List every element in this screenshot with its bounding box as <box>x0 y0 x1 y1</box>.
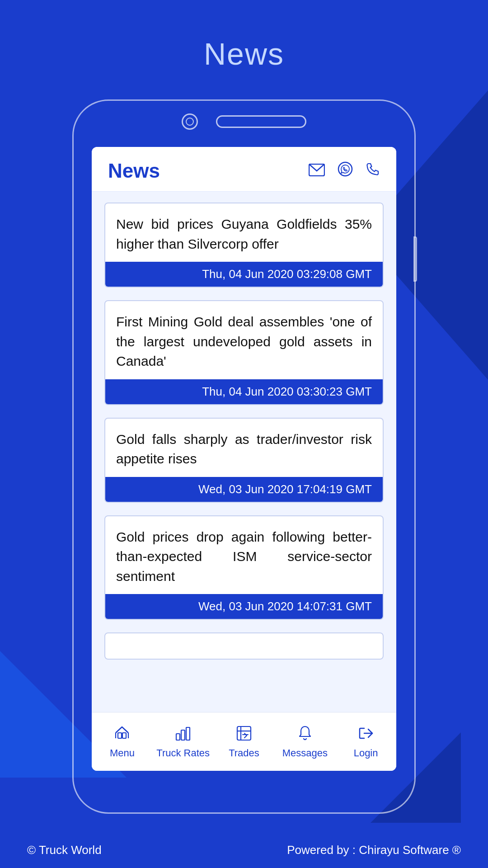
svg-rect-8 <box>186 727 190 740</box>
footer-bar: © Truck World Powered by : Chirayu Softw… <box>0 832 488 868</box>
phone-screen: News <box>92 147 396 771</box>
nav-item-trades[interactable]: Trades <box>214 725 275 759</box>
news-date: Thu, 04 Jun 2020 03:29:08 GMT <box>202 267 372 281</box>
news-card-body: Gold prices drop again following better-… <box>105 516 383 594</box>
app-header: News <box>92 147 396 192</box>
phone-icon[interactable] <box>366 161 380 180</box>
bell-icon <box>296 725 314 745</box>
page-title: News <box>0 0 488 99</box>
news-card[interactable]: New bid prices Guyana Goldfields 35% hig… <box>104 203 384 288</box>
nav-item-messages[interactable]: Messages <box>274 725 335 759</box>
phone-camera <box>182 113 198 130</box>
news-card[interactable] <box>104 632 384 660</box>
news-date: Wed, 03 Jun 2020 14:07:31 GMT <box>198 599 372 613</box>
news-title: First Mining Gold deal assembles 'one of… <box>116 312 372 371</box>
news-date: Wed, 03 Jun 2020 17:04:19 GMT <box>198 482 372 496</box>
home-icon <box>113 725 131 745</box>
news-card-body: First Mining Gold deal assembles 'one of… <box>105 301 383 379</box>
phone-mockup: News <box>72 99 416 814</box>
news-card-body <box>105 633 383 652</box>
news-card-body: New bid prices Guyana Goldfields 35% hig… <box>105 203 383 262</box>
footer-left: © Truck World <box>27 843 102 857</box>
svg-rect-7 <box>181 730 185 740</box>
nav-item-menu[interactable]: Menu <box>92 725 153 759</box>
nav-label-login: Login <box>354 747 378 759</box>
phone-speaker <box>216 115 306 128</box>
news-date-bar: Thu, 04 Jun 2020 03:29:08 GMT <box>105 262 383 287</box>
email-icon[interactable] <box>309 161 325 180</box>
news-card-body: Gold falls sharply as trader/investor ri… <box>105 419 383 477</box>
news-date-bar: Wed, 03 Jun 2020 17:04:19 GMT <box>105 477 383 502</box>
news-date-bar: Wed, 03 Jun 2020 14:07:31 GMT <box>105 594 383 619</box>
whatsapp-icon[interactable] <box>338 161 353 181</box>
svg-point-1 <box>338 162 352 176</box>
news-card[interactable]: First Mining Gold deal assembles 'one of… <box>104 300 384 405</box>
svg-rect-3 <box>122 733 126 738</box>
nav-label-messages: Messages <box>282 747 328 759</box>
news-date: Thu, 04 Jun 2020 03:30:23 GMT <box>202 385 372 398</box>
news-list: New bid prices Guyana Goldfields 35% hig… <box>92 192 396 707</box>
footer-right: Powered by : Chirayu Software ® <box>287 843 461 857</box>
login-icon <box>357 725 375 745</box>
news-title: New bid prices Guyana Goldfields 35% hig… <box>116 214 372 254</box>
nav-label-menu: Menu <box>110 747 135 759</box>
bar-chart-icon <box>174 725 192 745</box>
news-card[interactable]: Gold prices drop again following better-… <box>104 515 384 620</box>
news-title: Gold falls sharply as trader/investor ri… <box>116 429 372 469</box>
svg-rect-2 <box>118 733 122 738</box>
nav-label-truck-rates: Truck Rates <box>156 747 210 759</box>
trades-icon <box>235 725 253 745</box>
news-title: Gold prices drop again following better-… <box>116 527 372 586</box>
news-date-bar: Thu, 04 Jun 2020 03:30:23 GMT <box>105 379 383 404</box>
app-header-icons <box>309 161 380 181</box>
bottom-nav: Menu Truck Rates <box>92 712 396 771</box>
svg-rect-6 <box>176 734 180 740</box>
nav-label-trades: Trades <box>229 747 259 759</box>
phone-top-bar <box>74 101 414 142</box>
nav-item-login[interactable]: Login <box>335 725 396 759</box>
nav-item-truck-rates[interactable]: Truck Rates <box>153 725 214 759</box>
news-card[interactable]: Gold falls sharply as trader/investor ri… <box>104 418 384 503</box>
phone-side-button <box>413 236 417 282</box>
app-header-title: News <box>108 160 160 182</box>
